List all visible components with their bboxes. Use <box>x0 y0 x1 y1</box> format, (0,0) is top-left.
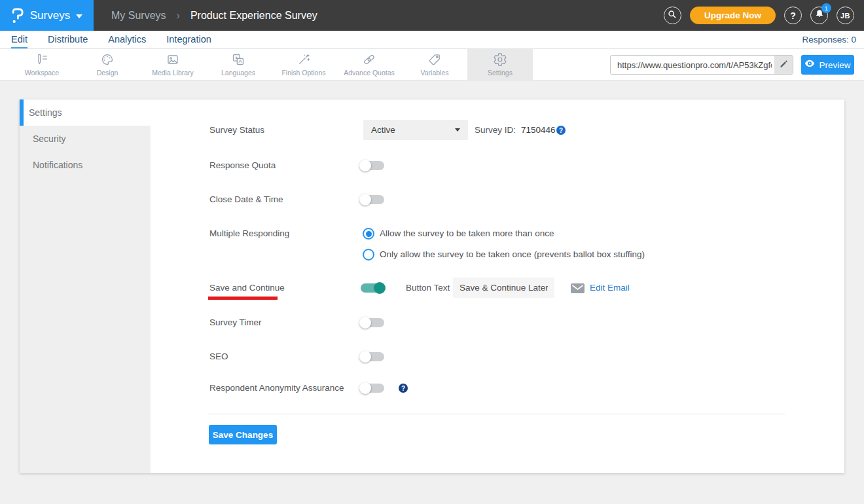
svg-text:A: A <box>238 58 242 64</box>
sidebar-item-notifications[interactable]: Notifications <box>20 152 151 178</box>
save-changes-button[interactable]: Save Changes <box>209 425 277 444</box>
sidebar-item-settings[interactable]: Settings <box>20 99 151 126</box>
survey-url-field <box>610 55 793 75</box>
survey-status-value: Active <box>371 125 395 135</box>
respondent-anonymity-help-icon[interactable]: ? <box>399 384 408 393</box>
save-and-continue-label: Save and Continue <box>209 283 285 293</box>
survey-url-input[interactable] <box>611 56 793 74</box>
button-text-input[interactable] <box>453 278 554 298</box>
chevron-down-icon <box>455 128 460 132</box>
notifications-button[interactable]: 1 <box>810 7 828 24</box>
top-bar: Surveys My Surveys › Product Experience … <box>0 0 864 31</box>
close-date-time-label: Close Date & Time <box>209 194 283 205</box>
tab-integration[interactable]: Integration <box>166 31 211 48</box>
save-and-continue-toggle[interactable] <box>361 283 384 293</box>
survey-id-help-icon[interactable]: ? <box>556 126 566 135</box>
response-quota-toggle[interactable] <box>361 161 384 170</box>
survey-id-value: 7150446 <box>521 125 556 135</box>
multiple-responding-option-1-radio[interactable] <box>363 228 374 240</box>
toolbar-item-variables[interactable]: Variables <box>402 49 467 80</box>
tab-edit[interactable]: Edit <box>11 31 27 48</box>
toolbar-item-advance-quotas[interactable]: Advance Quotas <box>336 49 402 80</box>
edit-email-link[interactable]: Edit Email <box>590 283 630 293</box>
pencil-icon <box>779 59 789 71</box>
product-name: Surveys <box>30 9 70 22</box>
survey-title: Product Experience Survey <box>190 10 317 22</box>
settings-panel: Settings Security Notifications Survey S… <box>20 99 844 473</box>
multiple-responding-option-2-radio[interactable] <box>363 249 374 261</box>
multiple-responding-option-1-label[interactable]: Allow the survey to be taken more than o… <box>380 228 554 239</box>
toolbar-item-settings[interactable]: Settings <box>467 49 533 80</box>
translate-icon: ★ A <box>231 52 245 67</box>
survey-status-dropdown[interactable]: Active <box>363 120 468 140</box>
tab-analytics[interactable]: Analytics <box>108 31 146 48</box>
seo-label: SEO <box>209 351 228 362</box>
app-root: Surveys My Surveys › Product Experience … <box>0 0 864 504</box>
toolbar-item-design[interactable]: Design <box>75 49 140 80</box>
survey-id-label: Survey ID: <box>475 125 516 135</box>
breadcrumb: My Surveys › Product Experience Survey <box>111 10 317 22</box>
questionpro-logo-icon <box>11 7 24 24</box>
breadcrumb-my-surveys[interactable]: My Surveys <box>111 10 166 22</box>
magic-wand-icon <box>297 52 311 67</box>
response-quota-label: Response Quota <box>209 160 276 171</box>
email-icon <box>571 283 585 293</box>
breadcrumb-separator-icon: › <box>177 10 180 22</box>
tag-icon <box>427 52 442 67</box>
toolbar-item-languages[interactable]: ★ A Languages <box>206 49 271 80</box>
help-button[interactable]: ? <box>784 7 802 24</box>
survey-timer-toggle[interactable] <box>361 318 384 327</box>
avatar-initials: JB <box>840 12 850 20</box>
tab-distribute[interactable]: Distribute <box>48 31 88 48</box>
survey-status-label: Survey Status <box>209 125 264 135</box>
survey-timer-label: Survey Timer <box>209 317 262 328</box>
respondent-anonymity-label: Respondent Anonymity Assurance <box>209 383 344 393</box>
search-icon <box>667 9 677 22</box>
highlight-underline <box>208 297 278 300</box>
palette-icon <box>100 52 115 67</box>
chain-links-icon <box>362 52 376 67</box>
seo-toggle[interactable] <box>361 352 384 361</box>
gear-icon <box>493 52 507 67</box>
multiple-responding-option-2-label[interactable]: Only allow the survey to be taken once (… <box>380 249 645 260</box>
multiple-responding-label: Multiple Responding <box>209 228 289 239</box>
edit-url-button[interactable] <box>774 56 793 74</box>
settings-sidebar: Settings Security Notifications <box>20 99 151 473</box>
preview-button[interactable]: Preview <box>801 55 854 75</box>
question-mark-icon: ? <box>790 10 796 21</box>
eye-icon <box>804 60 815 70</box>
responses-count: Responses: 0 <box>802 31 856 48</box>
product-switcher[interactable]: Surveys <box>0 0 94 31</box>
toolbar-item-workspace[interactable]: Workspace <box>9 49 75 80</box>
section-tabs: Edit Distribute Analytics Integration Re… <box>0 31 864 49</box>
editor-toolbar: Workspace Design Media Library <box>0 49 864 81</box>
notification-count-badge: 1 <box>821 3 831 13</box>
chevron-down-icon <box>76 14 82 18</box>
search-button[interactable] <box>664 7 681 24</box>
form-divider <box>208 414 785 414</box>
upgrade-now-button[interactable]: Upgrade Now <box>690 7 776 24</box>
image-icon <box>166 52 180 67</box>
toolbar-item-media-library[interactable]: Media Library <box>140 49 206 80</box>
sidebar-item-security[interactable]: Security <box>20 126 151 152</box>
button-text-label: Button Text <box>406 283 450 293</box>
close-date-time-toggle[interactable] <box>361 195 384 204</box>
respondent-anonymity-toggle[interactable] <box>361 384 384 393</box>
avatar[interactable]: JB <box>837 7 854 24</box>
topbar-actions: Upgrade Now ? 1 JB <box>664 7 864 24</box>
workspace-icon <box>35 52 49 67</box>
toolbar-item-finish-options[interactable]: Finish Options <box>271 49 336 80</box>
